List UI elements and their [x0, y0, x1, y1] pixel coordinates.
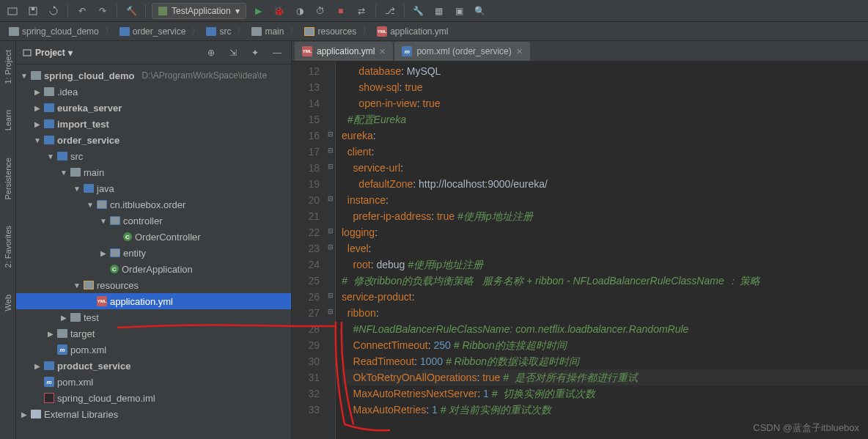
tree-row[interactable]: YMLapplication.yml [16, 293, 291, 309]
tree-row[interactable]: ▶test [16, 309, 291, 325]
refresh-icon[interactable] [45, 3, 62, 19]
build-icon[interactable]: 🔨 [123, 3, 139, 19]
tree-row[interactable]: ▶eureka_server [16, 100, 291, 116]
rail-tab[interactable]: Web [4, 289, 12, 317]
tree-arrow-icon[interactable]: ▼ [73, 281, 81, 289]
left-tool-rail: 1: ProjectLearnPersistence2: FavoritesWe… [0, 41, 16, 439]
debug-icon[interactable]: 🐞 [271, 3, 287, 19]
coverage-icon[interactable]: ◑ [292, 3, 308, 19]
rail-tab[interactable]: Learn [4, 104, 12, 136]
folder-icon [70, 168, 81, 177]
stop-icon[interactable]: ■ [333, 3, 349, 19]
tree-row[interactable]: ▼java [16, 180, 291, 196]
tree-arrow-icon[interactable]: ▶ [34, 362, 41, 370]
svg-rect-2 [32, 7, 34, 10]
tree-row[interactable]: COrderController [16, 229, 291, 245]
fold-column[interactable]: ⊟⊟⊟⊟⊟⊟⊟⊟ [326, 62, 336, 439]
search-icon[interactable]: 🔍 [472, 3, 488, 19]
rail-tab[interactable]: 2: Favorites [4, 220, 12, 273]
maven-file-icon: m [44, 377, 54, 387]
project-panel-title[interactable]: Project ▾ [22, 48, 73, 58]
hide-icon[interactable]: — [269, 45, 285, 61]
code-lines[interactable]: database: MySQL show-sql: true open-in-v… [336, 62, 868, 439]
tree-row[interactable]: ▶import_test [16, 116, 291, 132]
tree-arrow-icon[interactable]: ▶ [47, 330, 54, 338]
tree-arrow-icon[interactable]: ▶ [34, 104, 41, 112]
tree-row[interactable]: ▶External Libraries [16, 406, 291, 422]
module-folder-icon [206, 27, 216, 36]
locate-icon[interactable]: ⊕ [203, 45, 219, 61]
resources-folder-icon [84, 281, 94, 289]
tools-icon[interactable]: 🔧 [411, 3, 427, 19]
resources-folder-icon [304, 27, 315, 36]
run-config-selector[interactable]: TestApplication ▾ [152, 3, 246, 19]
tree-arrow-icon[interactable]: ▼ [60, 169, 67, 177]
tree-row[interactable]: ▶.idea [16, 84, 291, 100]
yml-file-icon: YML [97, 296, 107, 306]
module-folder-icon [44, 119, 54, 128]
module-folder-icon [84, 184, 94, 193]
folder-icon [251, 27, 262, 36]
project-tree[interactable]: ▼spring_cloud_demoD:\AProgramWorkSpace\i… [16, 64, 291, 439]
watermark: CSDN @蓝盒子itbluebox [753, 421, 859, 435]
tree-arrow-icon[interactable]: ▶ [21, 410, 28, 418]
tree-row[interactable]: ▼spring_cloud_demoD:\AProgramWorkSpace\i… [16, 67, 291, 84]
folder-icon [44, 87, 54, 96]
tree-row[interactable]: COrderApplication [16, 261, 291, 277]
tree-arrow-icon[interactable]: ▶ [100, 249, 107, 257]
tree-arrow-icon[interactable]: ▼ [73, 185, 81, 193]
tree-row[interactable]: ▶product_service [16, 358, 291, 374]
tree-row[interactable]: ▼controller [16, 213, 291, 229]
tree-arrow-icon[interactable]: ▼ [100, 217, 107, 225]
rail-tab[interactable]: 1: Project [4, 44, 12, 89]
module-folder-icon [44, 361, 54, 370]
breadcrumb-item[interactable]: main [249, 25, 287, 38]
editor-tab[interactable]: YMLapplication.yml✕ [295, 42, 393, 61]
breadcrumb-item[interactable]: YMLapplication.yml [374, 25, 451, 38]
undo-icon[interactable]: ↶ [74, 3, 90, 19]
open-icon[interactable] [4, 3, 21, 19]
emulator-icon[interactable]: ▣ [452, 3, 468, 19]
save-all-icon[interactable] [25, 3, 41, 19]
tree-row[interactable]: ▶entity [16, 245, 291, 261]
tree-row[interactable]: ▼order_service [16, 132, 291, 148]
folder-icon [57, 329, 67, 338]
folder-icon [9, 27, 19, 36]
close-icon[interactable]: ✕ [516, 47, 523, 56]
breadcrumb-item[interactable]: resources [301, 25, 359, 38]
svg-rect-0 [8, 8, 17, 15]
tree-row[interactable]: mpom.xml [16, 374, 291, 390]
tree-row[interactable]: ▼cn.itbluebox.order [16, 196, 291, 213]
redo-icon[interactable]: ↷ [95, 3, 111, 19]
tree-arrow-icon[interactable]: ▼ [47, 152, 54, 161]
tree-row[interactable]: ▶target [16, 325, 291, 342]
tree-arrow-icon[interactable]: ▶ [34, 120, 41, 128]
breadcrumb-item[interactable]: spring_cloud_demo [6, 25, 102, 38]
rail-tab[interactable]: Persistence [4, 152, 12, 205]
tree-row[interactable]: spring_cloud_demo.iml [16, 390, 291, 406]
tree-arrow-icon[interactable]: ▶ [60, 314, 67, 322]
close-icon[interactable]: ✕ [379, 47, 386, 56]
run-icon[interactable]: ▶ [251, 3, 267, 19]
editor-tabs: YMLapplication.yml✕mpom.xml (order_servi… [292, 41, 868, 62]
structure-icon[interactable]: ▦ [431, 3, 447, 19]
code-editor[interactable]: 1213141516171819202122232425262728293031… [292, 62, 868, 439]
yml-file-icon: YML [302, 46, 312, 56]
expand-icon[interactable]: ⇲ [225, 45, 241, 61]
tree-row[interactable]: ▼main [16, 164, 291, 180]
tree-arrow-icon[interactable]: ▼ [21, 72, 28, 80]
vcs-icon[interactable]: ⎇ [382, 3, 398, 19]
tree-row[interactable]: ▼src [16, 148, 291, 164]
tree-arrow-icon[interactable]: ▶ [34, 88, 41, 96]
editor-tab[interactable]: mpom.xml (order_service)✕ [394, 42, 529, 61]
tree-row[interactable]: mpom.xml [16, 342, 291, 358]
breadcrumb-item[interactable]: order_service [117, 25, 189, 38]
tree-row[interactable]: ▼resources [16, 277, 291, 293]
tree-arrow-icon[interactable]: ▼ [34, 136, 41, 144]
hotswap-icon[interactable]: ⇄ [353, 3, 369, 19]
folder-icon [70, 313, 81, 322]
gear-icon[interactable]: ✦ [247, 45, 263, 61]
breadcrumb-item[interactable]: src [203, 25, 234, 38]
tree-arrow-icon[interactable]: ▼ [87, 201, 94, 209]
profile-icon[interactable]: ⏱ [312, 3, 328, 19]
